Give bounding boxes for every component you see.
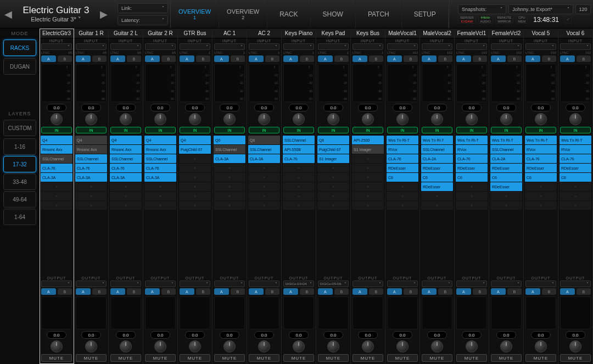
plugin-slot[interactable]: +	[110, 192, 142, 200]
output-a-button[interactable]: A	[180, 288, 194, 295]
output-gain-knob[interactable]	[51, 340, 63, 352]
plugin-slot[interactable]: SSLChannel	[41, 154, 72, 163]
input-b-button[interactable]: B	[300, 55, 315, 62]
output-b-button[interactable]: B	[438, 288, 453, 295]
input-gain-knob[interactable]	[258, 113, 270, 125]
input-select[interactable]: ˅	[456, 43, 487, 50]
input-in-button[interactable]: IN	[491, 127, 522, 133]
input-gain-knob[interactable]	[466, 113, 478, 125]
input-in-button[interactable]: IN	[41, 127, 72, 133]
input-gain-knob[interactable]	[327, 113, 339, 125]
plugin-slot[interactable]: +	[248, 164, 280, 172]
layer-range-49-64[interactable]: 49-64	[3, 191, 36, 208]
plugin-slot[interactable]: +	[387, 182, 418, 191]
layer-range-17-32[interactable]: 17-32	[3, 156, 36, 172]
plugin-slot[interactable]: +	[352, 201, 384, 210]
input-b-button[interactable]: B	[542, 55, 557, 62]
input-select[interactable]: ˅	[214, 43, 245, 50]
plugin-slot[interactable]: CLA-76	[75, 164, 107, 172]
input-b-button[interactable]: B	[404, 55, 418, 62]
plugin-slot[interactable]: Wvs Tn Rl-T	[490, 136, 522, 144]
plugin-slot[interactable]: RVox	[560, 145, 591, 154]
plugin-slot[interactable]: Q6	[317, 136, 349, 144]
plugin-slot[interactable]: +	[214, 164, 245, 172]
plugin-slot[interactable]: CLA-3A	[75, 173, 107, 182]
plugin-slot[interactable]: C6	[525, 173, 557, 182]
plugin-slot[interactable]: Q4	[75, 136, 107, 144]
input-gain-knob[interactable]	[51, 113, 63, 125]
plugin-slot[interactable]: +	[317, 173, 349, 182]
input-in-button[interactable]: IN	[525, 127, 556, 133]
plugin-slot[interactable]: +	[352, 164, 384, 172]
plugin-slot[interactable]: CLA-2A	[421, 154, 453, 163]
plugin-slot[interactable]: SSLChannel	[110, 154, 142, 163]
input-select[interactable]: ˅	[560, 43, 591, 50]
nav-tab-setup[interactable]: SETUP	[402, 0, 449, 28]
input-select[interactable]: ˅	[110, 43, 141, 50]
plugin-slot[interactable]: +	[283, 164, 315, 172]
input-gain-knob[interactable]	[85, 113, 97, 125]
plugin-slot[interactable]: +	[387, 192, 418, 200]
plugin-slot[interactable]: CLA-3A	[41, 173, 72, 182]
mute-button[interactable]: MUTE	[387, 354, 418, 362]
plugin-slot[interactable]: +	[283, 192, 315, 200]
input-in-button[interactable]: IN	[318, 127, 349, 133]
input-gain-knob[interactable]	[500, 113, 512, 125]
input-in-button[interactable]: IN	[456, 127, 487, 133]
plugin-slot[interactable]: CLA-76	[387, 154, 418, 163]
output-b-button[interactable]: B	[404, 288, 418, 295]
output-select[interactable]: ˅	[560, 281, 591, 287]
plugin-slot[interactable]: Q4	[110, 136, 142, 144]
session-number[interactable]: 120	[575, 4, 591, 14]
plugin-slot[interactable]: +	[283, 173, 315, 182]
plugin-slot[interactable]: Wvs Tn Rl-T	[560, 136, 591, 144]
input-b-button[interactable]: B	[265, 55, 280, 62]
plugin-slot[interactable]: +	[214, 201, 245, 210]
input-a-button[interactable]: A	[560, 55, 575, 62]
output-b-button[interactable]: B	[58, 288, 72, 295]
output-gain-knob[interactable]	[569, 340, 581, 352]
plugin-slot[interactable]: Rnssnc Axx	[144, 145, 176, 154]
plugin-slot[interactable]: Q6	[214, 136, 245, 144]
prev-channel-arrow[interactable]: ◀	[2, 8, 14, 20]
channel-name[interactable]: MaleVocal1	[385, 29, 419, 38]
input-b-button[interactable]: B	[438, 55, 453, 62]
plugin-slot[interactable]: +	[421, 201, 453, 210]
plugin-slot[interactable]: RDeEsser	[421, 164, 453, 172]
output-gain-knob[interactable]	[85, 340, 97, 352]
layer-range-1-16[interactable]: 1-16	[3, 138, 36, 155]
input-select[interactable]: ˅	[283, 43, 314, 50]
layer-custom-button[interactable]: CUSTOM	[3, 120, 36, 136]
expand-icon[interactable]: ⤢	[564, 15, 572, 24]
output-select[interactable]: ˅	[41, 281, 72, 287]
mute-button[interactable]: MUTE	[145, 354, 176, 362]
plugin-slot[interactable]: RDeEsser	[387, 164, 418, 172]
plugin-slot[interactable]: RDeEsser	[525, 164, 557, 172]
plugin-slot[interactable]: RDeEsser	[421, 182, 453, 191]
output-gain-knob[interactable]	[431, 340, 443, 352]
plugin-slot[interactable]: SSLChannel	[248, 145, 280, 154]
plugin-slot[interactable]: Wvs Tn Rl-T	[421, 136, 453, 144]
nav-tab-show[interactable]: SHOW	[311, 0, 356, 28]
plugin-slot[interactable]: CLA-2A	[490, 154, 522, 163]
output-select[interactable]: ˅	[145, 281, 176, 287]
plugin-slot[interactable]: CLA-3A	[144, 173, 176, 182]
input-b-button[interactable]: B	[577, 55, 591, 62]
plugin-slot[interactable]: CLA-3A	[214, 154, 245, 163]
plugin-slot[interactable]: PuigChild 67	[317, 145, 349, 154]
plugin-slot[interactable]: +	[490, 201, 522, 210]
plugin-slot[interactable]: +	[144, 201, 176, 210]
plugin-slot[interactable]: +	[456, 182, 488, 191]
plugin-slot[interactable]: CLA-76	[110, 164, 142, 172]
output-a-button[interactable]: A	[249, 288, 264, 295]
mute-button[interactable]: MUTE	[525, 354, 556, 362]
mute-button[interactable]: MUTE	[180, 354, 210, 362]
output-select[interactable]: ˅	[76, 281, 107, 287]
input-a-button[interactable]: A	[283, 55, 298, 62]
plugin-slot[interactable]: CLA-76	[144, 164, 176, 172]
output-a-button[interactable]: A	[214, 288, 229, 295]
input-a-button[interactable]: A	[214, 55, 229, 62]
input-select[interactable]: ˅	[491, 43, 522, 50]
output-select[interactable]: ˅	[491, 281, 522, 287]
plugin-slot[interactable]: C6	[387, 173, 418, 182]
